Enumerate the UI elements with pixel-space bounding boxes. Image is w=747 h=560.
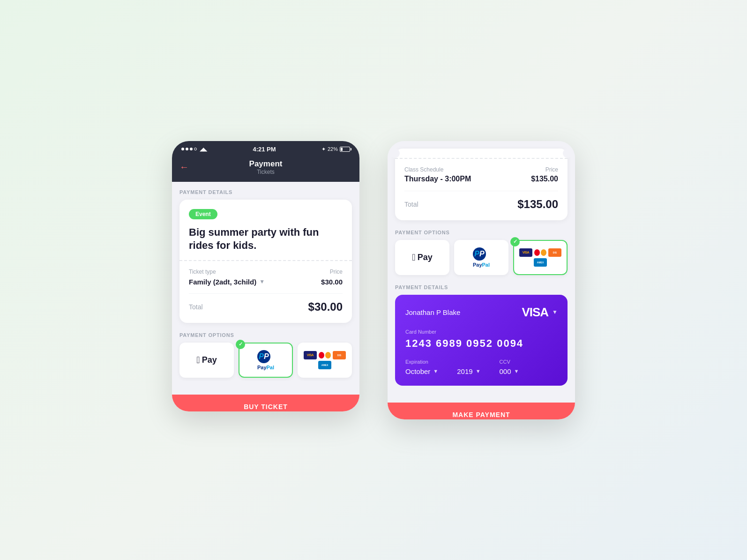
ticket-type-col: Ticket type Family (2adt, 3child) ▼	[189, 269, 265, 286]
receipt-header-row: Class Schedule Thursday - 3:00PM Price $…	[404, 166, 558, 183]
cc-bottom-row: Expiration October ▼ . 2019 ▼	[405, 359, 557, 375]
ticket-type-value[interactable]: Family (2adt, 3child) ▼	[189, 278, 265, 286]
card-number: 1243 6989 0952 0094	[405, 337, 557, 350]
payment-options:  Pay ✓ PP PayPal VISA	[179, 343, 352, 378]
ticket-type-arrow: ▼	[259, 278, 265, 285]
paypal-logo-2: PP PayPal	[473, 247, 490, 268]
status-right: ✦ 22%	[321, 146, 350, 152]
ticket-price-col: Price $30.00	[321, 269, 343, 286]
card-divider	[179, 260, 352, 261]
dot-4	[194, 148, 197, 150]
back-button[interactable]: ←	[179, 162, 189, 172]
price-label: Price	[531, 166, 558, 173]
paypal-text: PayPal	[257, 365, 274, 370]
status-bar-1: ◢◣ 4:21 PM ✦ 22%	[172, 141, 359, 156]
event-title: Big summer party with fun rides for kids…	[189, 226, 343, 253]
year-arrow: ▼	[476, 368, 481, 374]
ticket-header-row: Ticket type Family (2adt, 3child) ▼ Pric…	[189, 269, 343, 286]
apple-pay-text-2:  Pay	[412, 252, 432, 263]
card-brand-arrow: ▼	[552, 309, 557, 315]
apple-pay-text:  Pay	[196, 355, 217, 366]
dot-2	[186, 148, 188, 150]
paypal-text-2: PayPal	[473, 262, 490, 268]
ticket-price-value: $30.00	[321, 278, 343, 286]
payment-options-label: PAYMENT OPTIONS	[179, 332, 352, 338]
card-number-label: Card Number	[405, 329, 557, 335]
payment-options-2:  Pay PP PayPal ✓ VISA	[395, 240, 568, 275]
phone-2: Class Schedule Thursday - 3:00PM Price $…	[388, 141, 575, 419]
notch-right	[563, 149, 572, 158]
expiration-year-field: . 2019 ▼	[457, 359, 480, 375]
expiration-label: Expiration	[405, 359, 438, 365]
ccv-arrow: ▼	[514, 368, 519, 374]
selected-check: ✓	[236, 340, 245, 349]
paypal-logo: PP PayPal	[257, 350, 274, 370]
phone-1: ◢◣ 4:21 PM ✦ 22% ← Payment Tickets PAYME…	[172, 141, 359, 411]
class-schedule-label: Class Schedule	[404, 166, 471, 173]
phone-2-body: Class Schedule Thursday - 3:00PM Price $…	[388, 141, 575, 403]
expiration-field: Expiration October ▼	[405, 359, 438, 375]
total-row: Total $30.00	[189, 293, 343, 314]
expiration-year[interactable]: 2019 ▼	[457, 367, 480, 375]
payment-options-label-2: PAYMENT OPTIONS	[395, 230, 568, 235]
cc-top-row: Jonathan P Blake VISA ▼	[405, 305, 557, 320]
expiration-year-label: .	[457, 359, 480, 365]
expiration-month[interactable]: October ▼	[405, 367, 438, 375]
ccv-field: CCV 000 ▼	[500, 359, 519, 375]
battery-fill	[341, 148, 343, 151]
battery-icon	[340, 147, 350, 152]
nav-title: Payment	[179, 159, 352, 169]
notch-left	[390, 149, 400, 158]
visa-icon: VISA	[304, 351, 317, 359]
nav-title-block: Payment Tickets	[179, 159, 352, 175]
make-payment-button[interactable]: MAKE PAYMENT	[388, 403, 575, 419]
nav-subtitle: Tickets	[179, 169, 352, 175]
receipt-total-label: Total	[404, 201, 418, 208]
discover-icon-2: DIS	[548, 248, 561, 257]
card-brand[interactable]: VISA ▼	[522, 305, 557, 320]
credit-card-widget: Jonathan P Blake VISA ▼ Card Number 1243…	[395, 295, 568, 386]
phone-1-body: PAYMENT DETAILS Event Big summer party w…	[172, 182, 359, 395]
event-card: Event Big summer party with fun rides fo…	[179, 200, 352, 323]
payment-details-label: PAYMENT DETAILS	[179, 189, 352, 195]
mastercard-icon	[318, 351, 331, 359]
card-icons: VISA DIS AMEX	[303, 351, 346, 369]
amex-icon-2: AMEX	[534, 258, 547, 267]
cards-option-2[interactable]: ✓ VISA DIS AMEX	[513, 240, 568, 275]
wifi-icon: ◢◣	[200, 146, 207, 152]
cards-option[interactable]: VISA DIS AMEX	[298, 343, 352, 378]
receipt-card: Class Schedule Thursday - 3:00PM Price $…	[395, 149, 568, 220]
status-left: ◢◣	[181, 146, 207, 152]
battery-percent: 22%	[328, 146, 338, 152]
event-badge: Event	[189, 209, 217, 219]
signal-dots	[181, 148, 197, 150]
buy-ticket-button[interactable]: BUY TICKET	[172, 395, 359, 411]
class-time-value: Thursday - 3:00PM	[404, 175, 471, 183]
ccv-label: CCV	[500, 359, 519, 365]
paypal-p-icon: PP	[257, 350, 270, 363]
paypal-option-2[interactable]: PP PayPal	[454, 240, 508, 275]
paypal-option[interactable]: ✓ PP PayPal	[239, 343, 293, 378]
bluetooth-icon: ✦	[321, 146, 326, 152]
apple-icon-2: 	[412, 252, 415, 263]
card-holder-name: Jonathan P Blake	[405, 308, 460, 316]
ccv-value[interactable]: 000 ▼	[500, 367, 519, 375]
status-time: 4:21 PM	[253, 146, 276, 153]
payment-details-label-2: PAYMENT DETAILS	[395, 284, 568, 290]
ticket-type-label: Ticket type	[189, 269, 265, 275]
paypal-p-icon-2: PP	[473, 247, 486, 261]
apple-pay-option-2[interactable]:  Pay	[395, 240, 449, 275]
apple-icon: 	[196, 355, 200, 366]
amex-icon: AMEX	[318, 361, 331, 369]
ticket-price-label: Price	[321, 269, 343, 275]
receipt-total-amount: $135.00	[517, 198, 558, 211]
selected-check-2: ✓	[510, 237, 520, 246]
discover-icon: DIS	[333, 351, 346, 359]
class-schedule-col: Class Schedule Thursday - 3:00PM	[404, 166, 471, 183]
mastercard-icon-2	[534, 248, 547, 257]
dot-1	[181, 148, 184, 150]
apple-pay-option[interactable]:  Pay	[179, 343, 234, 378]
total-label: Total	[189, 303, 203, 311]
total-amount: $30.00	[308, 300, 343, 314]
receipt-divider	[395, 158, 568, 159]
